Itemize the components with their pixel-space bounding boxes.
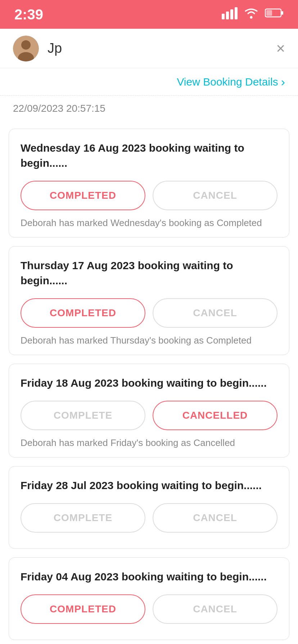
booking-buttons: COMPLETED CANCEL [21,298,277,328]
status-time: 2:39 [14,6,43,23]
complete-button[interactable]: COMPLETE [21,401,145,430]
chat-content: Wednesday 16 Aug 2023 booking waiting to… [0,121,298,644]
close-button[interactable]: × [276,40,285,57]
cancel-button[interactable]: CANCEL [153,503,277,533]
booking-card: Wednesday 16 Aug 2023 booking waiting to… [9,129,289,238]
booking-buttons: COMPLETED CANCEL [21,594,277,624]
booking-buttons: COMPLETED CANCEL [21,181,277,210]
booking-details-bar: View Booking Details › [0,68,298,96]
cancel-button[interactable]: CANCEL [153,298,277,328]
complete-button[interactable]: COMPLETED [21,298,145,328]
booking-title: Thursday 17 Aug 2023 booking waiting to … [21,258,277,288]
cancel-button[interactable]: CANCEL [153,594,277,624]
view-booking-details-link[interactable]: View Booking Details › [177,75,285,89]
booking-card: Thursday 17 Aug 2023 booking waiting to … [9,246,289,355]
booking-buttons: COMPLETE CANCEL [21,503,277,533]
svg-rect-2 [230,9,233,19]
cancel-button[interactable]: CANCEL [153,181,277,210]
signal-icon [222,6,238,22]
svg-rect-7 [266,10,272,16]
wifi-icon [243,6,259,22]
status-icons [222,6,284,22]
booking-status-text: Deborah has marked Thursday's booking as… [21,335,277,346]
svg-rect-0 [222,14,225,19]
booking-status-text: Deborah has marked Wednesday's booking a… [21,217,277,229]
complete-button[interactable]: COMPLETED [21,181,145,210]
timestamp: 22/09/2023 20:57:15 [0,96,298,121]
header-left: Jp [13,36,62,61]
avatar [13,36,39,61]
battery-icon [265,8,284,21]
booking-buttons: COMPLETE CANCELLED [21,401,277,430]
booking-card: Friday 18 Aug 2023 booking waiting to be… [9,364,289,457]
booking-title: Friday 04 Aug 2023 booking waiting to be… [21,569,277,584]
svg-rect-6 [281,11,283,15]
cancel-button[interactable]: CANCELLED [153,401,277,430]
header-name: Jp [48,41,62,56]
booking-card: Friday 28 Jul 2023 booking waiting to be… [9,466,289,549]
booking-card: Friday 04 Aug 2023 booking waiting to be… [9,557,289,640]
svg-rect-1 [226,12,229,19]
svg-rect-3 [235,7,238,19]
booking-status-text: Deborah has marked Friday's booking as C… [21,437,277,448]
svg-point-9 [21,40,31,50]
complete-button[interactable]: COMPLETE [21,503,145,533]
booking-title: Friday 18 Aug 2023 booking waiting to be… [21,376,277,391]
booking-title: Friday 28 Jul 2023 booking waiting to be… [21,478,277,493]
status-bar: 2:39 [0,0,298,29]
booking-title: Wednesday 16 Aug 2023 booking waiting to… [21,141,277,171]
svg-point-4 [250,16,252,19]
complete-button[interactable]: COMPLETED [21,594,145,624]
header: Jp × [0,29,298,68]
